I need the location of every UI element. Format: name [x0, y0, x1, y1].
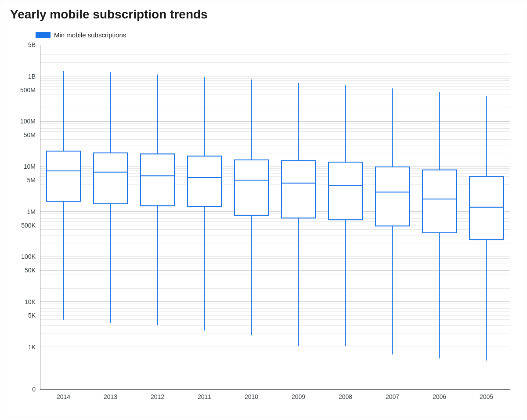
box-2010	[235, 80, 268, 335]
plot-area: 01K5K10K50K100K500K1M5M10M50M100M500M1B5…	[9, 40, 518, 414]
y-tick-label: 5M	[27, 177, 36, 184]
box-2012	[141, 74, 174, 325]
svg-rect-72	[188, 156, 221, 206]
x-tick-label: 2013	[104, 393, 117, 400]
x-tick-label: 2014	[57, 393, 70, 400]
svg-rect-75	[235, 160, 268, 215]
box-2013	[94, 72, 127, 323]
x-tick-label: 2012	[151, 393, 164, 400]
x-tick-label: 2007	[386, 393, 399, 400]
box-2008	[328, 85, 362, 346]
box-2014	[47, 71, 80, 320]
legend: Min mobile subscriptions	[36, 31, 518, 39]
chart-card: Yearly mobile subscription trends Min mo…	[1, 1, 526, 419]
y-tick-label: 1B	[28, 73, 36, 80]
y-tick-label: 1K	[28, 344, 36, 351]
x-tick-label: 2011	[198, 393, 211, 400]
y-tick-label: 50K	[25, 267, 36, 274]
svg-rect-66	[94, 153, 127, 203]
boxplot-chart: 01K5K10K50K100K500K1M5M10M50M100M500M1B5…	[9, 40, 519, 405]
svg-rect-63	[47, 151, 80, 201]
x-tick-label: 2008	[339, 393, 352, 400]
y-tick-label: 0	[32, 386, 36, 393]
svg-rect-84	[375, 167, 409, 226]
chart-title: Yearly mobile subscription trends	[10, 7, 518, 22]
svg-rect-87	[422, 170, 456, 233]
y-tick-label: 100M	[20, 118, 36, 125]
y-tick-label: 100K	[21, 253, 36, 260]
x-tick-label: 2005	[480, 393, 493, 400]
svg-rect-81	[328, 162, 362, 220]
box-2005	[469, 96, 503, 360]
svg-rect-78	[282, 161, 315, 218]
svg-rect-69	[141, 154, 174, 206]
y-tick-label: 5B	[28, 41, 36, 48]
y-tick-label: 500M	[20, 87, 36, 94]
legend-label: Min mobile subscriptions	[54, 31, 126, 39]
y-tick-label: 1M	[27, 208, 36, 215]
legend-swatch	[36, 32, 51, 38]
box-2009	[282, 83, 315, 346]
x-tick-label: 2006	[433, 393, 446, 400]
x-tick-label: 2009	[292, 393, 305, 400]
y-tick-label: 500K	[21, 222, 36, 229]
box-2011	[188, 77, 221, 330]
y-tick-label: 10M	[24, 163, 36, 170]
box-2006	[422, 92, 456, 358]
svg-rect-90	[469, 177, 503, 239]
y-tick-label: 10K	[25, 298, 36, 305]
x-tick-label: 2010	[245, 393, 258, 400]
y-tick-label: 50M	[24, 131, 36, 138]
y-tick-label: 5K	[28, 312, 36, 319]
